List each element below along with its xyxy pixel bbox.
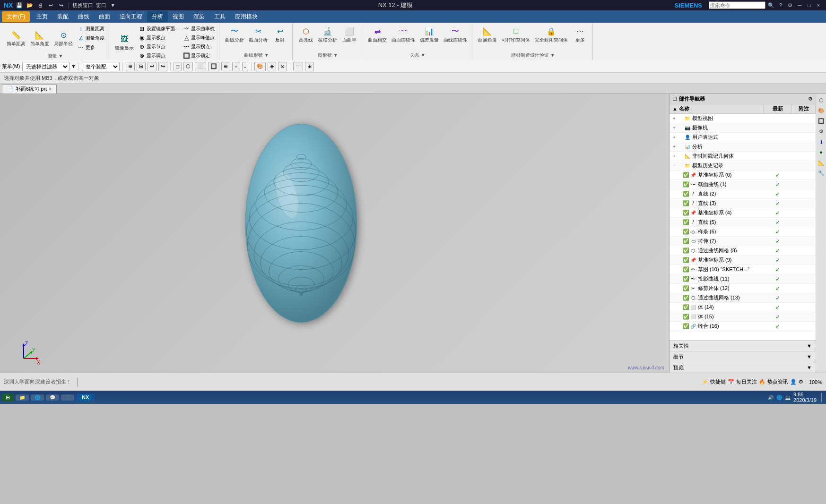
tree-row[interactable]: ✅ 〜 投影曲线 (11) ✓ bbox=[669, 274, 816, 284]
tab-close[interactable]: × bbox=[49, 86, 52, 92]
render-btn-2[interactable]: ◈ bbox=[268, 62, 276, 71]
tree-row[interactable]: ✅ ⬡ 通过曲线网格 (13) ✓ bbox=[669, 293, 816, 303]
tb-local-radius[interactable]: ⊙ 局部半径 bbox=[52, 28, 75, 48]
tree-expand[interactable]: + bbox=[671, 144, 677, 149]
settings-icon[interactable]: ⚙ bbox=[786, 1, 794, 9]
search-icon[interactable]: 🔍 bbox=[767, 1, 775, 9]
tb-face-curvature[interactable]: ⬜ 面曲率 bbox=[340, 25, 359, 44]
titlebar-redo[interactable]: ↪ bbox=[57, 1, 65, 9]
menu-reverse-eng[interactable]: 逆向工程 bbox=[115, 11, 147, 22]
tb-show-lock[interactable]: 🔲 显示锁定 bbox=[181, 51, 216, 60]
taskbar-app-3[interactable]: 💬 bbox=[46, 394, 59, 401]
tb-simple-angle[interactable]: 📐 简单角度 bbox=[28, 28, 51, 48]
section-header-preview[interactable]: 预览 ▼ bbox=[669, 362, 816, 373]
tree-row[interactable]: ✅ ⬜ 体 (14) ✓ bbox=[669, 303, 816, 312]
tree-row[interactable]: + 📐 非时间戳记几何体 bbox=[669, 152, 816, 161]
titlebar-dropdown-icon[interactable]: ▼ bbox=[109, 1, 117, 9]
taskbar-app-1[interactable]: 📁 bbox=[16, 394, 29, 401]
section-header-related[interactable]: 相关性 ▼ bbox=[669, 341, 816, 351]
snap-btn-4[interactable]: ↪ bbox=[158, 62, 167, 71]
snap-btn-1[interactable]: ⊕ bbox=[126, 62, 135, 71]
rs-btn-4[interactable]: ⚙ bbox=[817, 127, 826, 136]
rs-btn-1[interactable]: ⬡ bbox=[817, 95, 826, 105]
tree-row-checkbox[interactable]: ✅ bbox=[683, 219, 689, 225]
view-btn-2[interactable]: ⬡ bbox=[183, 62, 193, 71]
view-btn-7[interactable]: - bbox=[242, 62, 249, 71]
menu-home[interactable]: 主页 bbox=[32, 11, 52, 22]
tree-row[interactable]: ✅ ✂ 修剪片体 (12) ✓ bbox=[669, 284, 816, 293]
titlebar-icon-print[interactable]: 🖨 bbox=[36, 1, 44, 9]
taskbar-app-4[interactable]: 🎵 bbox=[61, 394, 74, 401]
tree-row[interactable]: ✅ / 直线 (5) ✓ bbox=[669, 218, 816, 227]
tb-curve-analysis[interactable]: 〜 曲线分析 bbox=[223, 25, 246, 44]
rs-btn-6[interactable]: ● bbox=[817, 147, 826, 157]
tray-network-icon[interactable]: 🌐 bbox=[776, 395, 782, 400]
menu-render[interactable]: 渲染 bbox=[189, 11, 209, 22]
tray-sound-icon[interactable]: 🔊 bbox=[768, 395, 774, 400]
titlebar-window-btn[interactable]: 窗口 bbox=[96, 1, 106, 9]
tree-row[interactable]: ✅ 🔗 缝合 (16) ✓ bbox=[669, 322, 816, 331]
tree-expand[interactable]: + bbox=[671, 116, 677, 121]
tb-surface-intersect[interactable]: ⇌ 曲面相交 bbox=[366, 25, 389, 44]
extra-btn-1[interactable]: ⋯ bbox=[293, 62, 303, 71]
taskbar-app-nx[interactable]: NX bbox=[76, 393, 95, 401]
tb-show-inflect[interactable]: 〜 显示拐点 bbox=[181, 43, 216, 51]
taskbar-app-2[interactable]: 🌐 bbox=[31, 394, 44, 401]
tb-more-mfg[interactable]: ⋯ 更多 bbox=[571, 25, 590, 44]
tree-row[interactable]: ✅ / 直线 (3) ✓ bbox=[669, 199, 816, 208]
tree-row[interactable]: - 📁 模型历史记录 bbox=[669, 161, 816, 171]
tree-row[interactable]: ✅ ▭ 拉伸 (7) ✓ bbox=[669, 237, 816, 246]
tree-row-checkbox[interactable]: ✅ bbox=[683, 191, 689, 197]
menu-assembly[interactable]: 装配 bbox=[52, 11, 73, 22]
tree-expand[interactable]: + bbox=[671, 125, 677, 130]
tb-more-measure[interactable]: ⋯ 更多 bbox=[76, 43, 106, 52]
tb-draft-analysis[interactable]: 🔬 拔模分析 bbox=[316, 25, 339, 44]
panel-tree[interactable]: ▲ 名称 最新 附注 + 📁 模型视图 + 📷 摄像机 + 👤 用户表达式 + bbox=[669, 104, 816, 340]
tb-measure-distance[interactable]: ↕ 测量距离 bbox=[76, 25, 106, 33]
rs-btn-3[interactable]: 🔲 bbox=[817, 116, 826, 126]
start-button[interactable]: ⊞ bbox=[2, 393, 14, 401]
menu-curve[interactable]: 曲线 bbox=[73, 11, 94, 22]
view-btn-4[interactable]: 🔲 bbox=[208, 62, 219, 71]
hot-icon[interactable]: 🔥 bbox=[759, 379, 765, 385]
user-icon[interactable]: 👤 bbox=[790, 379, 797, 385]
tree-row-checkbox[interactable]: ✅ bbox=[683, 295, 689, 301]
titlebar-icon-save[interactable]: 💾 bbox=[16, 1, 23, 9]
tree-row[interactable]: + 📷 摄像机 bbox=[669, 123, 816, 133]
tree-row-checkbox[interactable]: ✅ bbox=[683, 266, 689, 273]
tree-row-checkbox[interactable]: ✅ bbox=[683, 257, 689, 263]
tree-row-checkbox[interactable]: ✅ bbox=[683, 172, 689, 178]
rs-btn-7[interactable]: 📐 bbox=[817, 158, 826, 167]
tab-main[interactable]: 📄 补面6练习.prt × bbox=[2, 84, 57, 94]
help-icon[interactable]: ? bbox=[777, 1, 784, 9]
tree-row[interactable]: + 📊 分析 bbox=[669, 142, 816, 152]
tray-show-desktop[interactable] bbox=[821, 393, 824, 402]
titlebar-undo[interactable]: ↩ bbox=[47, 1, 54, 9]
viewport[interactable]: Z X Y www.s.jvw-0.com bbox=[0, 94, 669, 373]
render-btn-3[interactable]: ⊙ bbox=[278, 62, 287, 71]
section-header-detail[interactable]: 细节 ▼ bbox=[669, 351, 816, 362]
maximize-btn[interactable]: □ bbox=[805, 1, 813, 9]
menu-file[interactable]: 文件(F) bbox=[2, 11, 30, 22]
tree-row-checkbox[interactable]: ✅ bbox=[683, 248, 689, 254]
tree-row-checkbox[interactable]: ✅ bbox=[683, 200, 689, 206]
tree-row-checkbox[interactable]: ✅ bbox=[683, 238, 689, 244]
rs-btn-5[interactable]: ℹ bbox=[817, 137, 826, 146]
minimize-btn[interactable]: ─ bbox=[796, 1, 803, 9]
tree-row[interactable]: + 📁 模型视图 bbox=[669, 114, 816, 123]
tree-row-checkbox[interactable]: ✅ bbox=[683, 181, 689, 188]
tb-deviation[interactable]: 📊 偏差度量 bbox=[418, 25, 441, 44]
render-btn-1[interactable]: 🎨 bbox=[254, 62, 266, 71]
tree-row[interactable]: ✅ 📌 基准坐标系 (0) ✓ bbox=[669, 171, 816, 180]
snap-btn-2[interactable]: ⊞ bbox=[137, 62, 146, 71]
tree-row[interactable]: ✅ ◇ 样条 (6) ✓ bbox=[669, 227, 816, 237]
titlebar-icon-open[interactable]: 📂 bbox=[26, 1, 34, 9]
view-btn-1[interactable]: □ bbox=[174, 62, 182, 71]
tree-expand[interactable]: + bbox=[671, 135, 677, 140]
tree-row-checkbox[interactable]: ✅ bbox=[683, 276, 689, 282]
tb-show-nodes[interactable]: ⊕ 显示节点 bbox=[137, 43, 180, 51]
tree-expand[interactable]: + bbox=[671, 154, 677, 159]
snap-btn-3[interactable]: ↩ bbox=[148, 62, 157, 71]
tree-row[interactable]: ✅ 📌 基准坐标系 (4) ✓ bbox=[669, 208, 816, 218]
view-btn-6[interactable]: + bbox=[232, 62, 240, 71]
